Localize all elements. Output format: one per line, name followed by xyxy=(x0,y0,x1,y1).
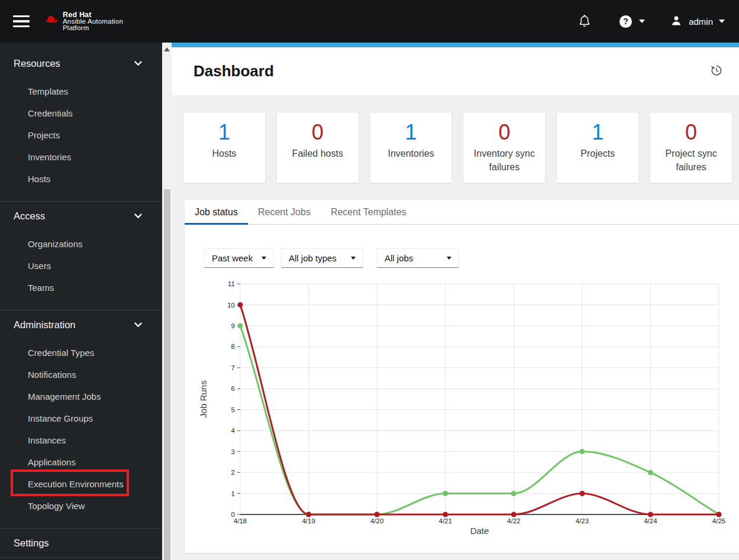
svg-text:4/19: 4/19 xyxy=(302,517,315,525)
sidebar-section-label: Administration xyxy=(14,319,134,331)
card-label: Hosts xyxy=(183,147,265,160)
bell-icon xyxy=(578,14,591,30)
user-menu-button[interactable]: admin xyxy=(670,14,725,29)
card-value-link[interactable]: 0 xyxy=(463,120,545,145)
chevron-down-icon xyxy=(447,257,451,260)
hamburger-icon xyxy=(13,15,30,18)
accent-bar xyxy=(172,43,739,47)
svg-text:4/18: 4/18 xyxy=(234,517,247,525)
card-label: Inventories xyxy=(370,147,452,160)
user-icon xyxy=(670,14,683,29)
brand-logo: Red Hat Ansible Automation Platform xyxy=(44,12,123,31)
sidebar-section-resources: ResourcesTemplatesCredentialsProjectsInv… xyxy=(0,43,162,190)
summary-cards-row: 1Hosts0Failed hosts1Inventories0Inventor… xyxy=(183,113,732,183)
chevron-down-icon xyxy=(262,257,266,260)
tab-job-status[interactable]: Job status xyxy=(185,200,248,224)
select-value: Past week xyxy=(212,253,253,263)
chevron-down-icon xyxy=(639,20,645,23)
sidebar-item-execution-environments[interactable]: Execution Environments xyxy=(0,473,162,495)
sidebar-section-header-resources[interactable]: Resources xyxy=(0,49,162,77)
svg-text:2: 2 xyxy=(231,469,235,476)
sidebar-item-inventories[interactable]: Inventories xyxy=(0,146,162,168)
summary-card-projects: 1Projects xyxy=(557,113,638,183)
sidebar-item-management-jobs[interactable]: Management Jobs xyxy=(0,386,162,407)
nav-toggle-button[interactable] xyxy=(13,12,30,31)
sidebar-section-access: AccessOrganizationsUsersTeams xyxy=(0,201,162,299)
masthead: Red Hat Ansible Automation Platform ? xyxy=(0,0,739,43)
sidebar-item-templates[interactable]: Templates xyxy=(0,80,162,102)
summary-card-inventories: 1Inventories xyxy=(370,113,452,183)
svg-text:3: 3 xyxy=(231,448,235,455)
job-type-select[interactable]: All job types xyxy=(281,248,363,268)
brand-line3: Platform xyxy=(63,25,123,31)
svg-text:4/22: 4/22 xyxy=(507,517,520,525)
tab-recent-jobs[interactable]: Recent Jobs xyxy=(248,200,321,224)
sidebar-item-credentials[interactable]: Credentials xyxy=(0,102,162,124)
page-title: Dashboard xyxy=(193,62,274,80)
job-runs-line-chart: 012345678910114/184/194/204/214/224/234/… xyxy=(198,276,734,541)
sidebar-item-list: OrganizationsUsersTeams xyxy=(0,233,162,299)
scrollbar-thumb[interactable] xyxy=(164,189,170,560)
select-value: All jobs xyxy=(385,253,413,263)
history-icon xyxy=(709,70,724,79)
select-value: All job types xyxy=(289,253,337,263)
svg-text:4: 4 xyxy=(231,427,235,434)
period-select[interactable]: Past week xyxy=(204,248,274,268)
sidebar-item-instances[interactable]: Instances xyxy=(0,429,162,451)
card-value-link[interactable]: 0 xyxy=(277,120,359,145)
brand-line1: Red Hat xyxy=(63,12,123,18)
sidebar-section-header-access[interactable]: Access xyxy=(0,202,162,230)
card-value-link[interactable]: 0 xyxy=(650,120,732,145)
card-value-link[interactable]: 1 xyxy=(557,120,638,145)
card-value-link[interactable]: 1 xyxy=(370,120,452,145)
card-label: Failed hosts xyxy=(277,147,359,160)
chevron-down-icon xyxy=(719,20,725,23)
svg-text:4/23: 4/23 xyxy=(576,517,589,525)
sidebar-item-list: TemplatesCredentialsProjectsInventoriesH… xyxy=(0,80,162,190)
summary-card-failed-hosts: 0Failed hosts xyxy=(277,113,359,183)
tab-recent-templates[interactable]: Recent Templates xyxy=(321,200,417,224)
job-filter-select[interactable]: All jobs xyxy=(377,248,459,268)
summary-card-hosts: 1Hosts xyxy=(183,113,265,183)
summary-card-inventory-sync-failures: 0Inventory sync failures xyxy=(463,113,545,183)
sidebar-item-topology-view[interactable]: Topology View xyxy=(0,495,162,517)
summary-card-project-sync-failures: 0Project sync failures xyxy=(650,113,732,183)
sidebar-item-instance-groups[interactable]: Instance Groups xyxy=(0,407,162,429)
sidebar-item-credential-types[interactable]: Credential Types xyxy=(0,342,162,364)
sidebar-section-header-administration[interactable]: Administration xyxy=(0,310,162,339)
chevron-down-icon xyxy=(134,211,142,221)
chevron-down-icon xyxy=(351,257,356,260)
sidebar-section-header-settings[interactable]: Settings xyxy=(0,529,162,557)
tabs-bar: Job statusRecent JobsRecent Templates xyxy=(185,200,739,225)
page-header: Dashboard xyxy=(172,47,739,95)
redhat-fedora-icon xyxy=(44,14,58,28)
sidebar-item-notifications[interactable]: Notifications xyxy=(0,364,162,386)
svg-text:11: 11 xyxy=(228,280,235,287)
sidebar-section-label: Access xyxy=(14,211,134,222)
svg-text:6: 6 xyxy=(231,385,235,392)
scroll-up-arrow-icon[interactable] xyxy=(164,47,170,51)
sidebar-item-projects[interactable]: Projects xyxy=(0,124,162,146)
sidebar-divider xyxy=(0,557,162,558)
svg-text:9: 9 xyxy=(231,322,235,329)
help-icon: ? xyxy=(619,15,632,28)
card-value-link[interactable]: 1 xyxy=(183,120,265,145)
history-button[interactable] xyxy=(709,63,724,79)
sidebar-item-teams[interactable]: Teams xyxy=(0,277,162,299)
card-label: Inventory sync failures xyxy=(463,147,545,174)
help-menu-button[interactable]: ? xyxy=(619,15,645,28)
main-content: Dashboard 1Hosts0Failed hosts1Inventorie… xyxy=(172,43,739,560)
sidebar-item-organizations[interactable]: Organizations xyxy=(0,233,162,255)
sidebar-item-applications[interactable]: Applications xyxy=(0,451,162,473)
dashboard-panel: Job statusRecent JobsRecent Templates Pa… xyxy=(185,200,739,553)
sidebar-item-users[interactable]: Users xyxy=(0,255,162,277)
notifications-button[interactable] xyxy=(578,14,591,30)
sidebar-item-hosts[interactable]: Hosts xyxy=(0,168,162,190)
chevron-down-icon xyxy=(134,58,142,69)
job-status-chart: 012345678910114/184/194/204/214/224/234/… xyxy=(198,276,739,543)
sidebar-item-list: Credential TypesNotificationsManagement … xyxy=(0,342,162,517)
sidebar-scrollbar[interactable] xyxy=(162,43,172,560)
sidebar-sections: ResourcesTemplatesCredentialsProjectsInv… xyxy=(0,43,162,557)
svg-text:4/24: 4/24 xyxy=(644,517,657,525)
svg-text:4/25: 4/25 xyxy=(712,517,725,525)
